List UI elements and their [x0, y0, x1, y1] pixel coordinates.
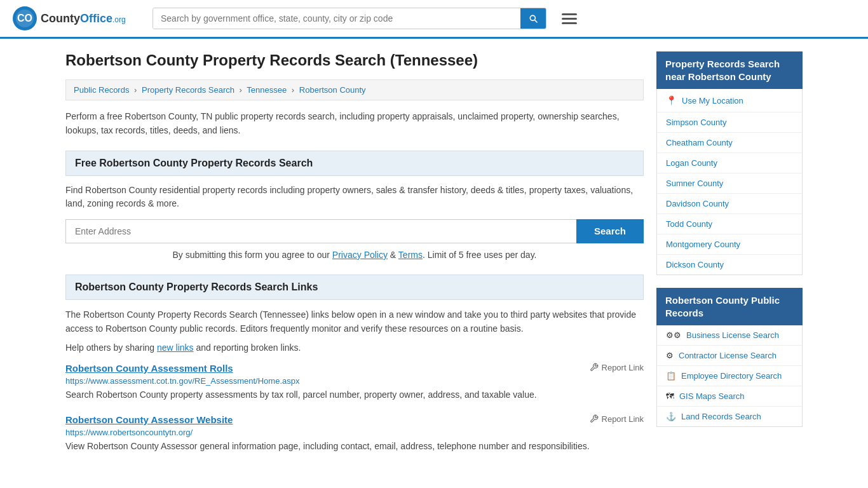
site-header: CO CountyOffice.org: [0, 0, 868, 39]
record-link-item: Robertson County Assessment Rolls Report…: [65, 363, 644, 402]
main-container: Robertson County Property Records Search…: [53, 39, 815, 478]
land-records-link[interactable]: Land Records Search: [681, 412, 761, 421]
record-link-title-assessment-rolls[interactable]: Robertson County Assessment Rolls: [65, 363, 233, 374]
intro-text: Perform a free Robertson County, TN publ…: [65, 109, 644, 138]
contractor-license-link[interactable]: Contractor License Search: [679, 351, 776, 360]
links-intro: The Robertson County Property Records Se…: [65, 308, 644, 336]
global-search-bar: [153, 8, 546, 29]
report-icon: [590, 363, 599, 372]
record-link-title-assessor[interactable]: Robertson County Assessor Website: [65, 414, 233, 425]
sidebar-item-contractor-license[interactable]: ⚙ Contractor License Search: [657, 346, 802, 366]
logan-county-link[interactable]: Logan County: [666, 158, 717, 168]
todd-county-link[interactable]: Todd County: [666, 219, 712, 229]
record-link-url-assessor: https://www.robertsoncountytn.org/: [65, 428, 644, 437]
global-search-button[interactable]: [520, 8, 546, 29]
free-search-desc: Find Robertson County residential proper…: [65, 184, 644, 210]
map-icon: 🗺: [666, 391, 674, 401]
svg-text:CO: CO: [17, 13, 32, 24]
davidson-county-link[interactable]: Davidson County: [666, 199, 729, 208]
montgomery-county-link[interactable]: Montgomery County: [666, 240, 740, 249]
logo-area: CO CountyOffice.org: [13, 6, 140, 30]
record-link-url-assessment-rolls: https://www.assessment.cot.tn.gov/RE_Ass…: [65, 376, 644, 386]
logo-text: CountyOffice.org: [41, 12, 126, 25]
anchor-icon: ⚓: [666, 412, 676, 421]
share-links-text: Help others by sharing new links and rep…: [65, 342, 644, 353]
sidebar-item-gis-maps[interactable]: 🗺 GIS Maps Search: [657, 386, 802, 407]
simpson-county-link[interactable]: Simpson County: [666, 118, 726, 127]
public-records-body: ⚙⚙ Business License Search ⚙ Contractor …: [656, 325, 803, 427]
cheatham-county-link[interactable]: Cheatham County: [666, 138, 733, 147]
logo-icon: CO: [13, 6, 37, 30]
sidebar-item-land-records[interactable]: ⚓ Land Records Search: [657, 407, 802, 426]
sidebar-item-davidson[interactable]: Davidson County: [657, 194, 802, 214]
nearby-section-body: 📍 Use My Location Simpson County Cheatha…: [656, 89, 803, 275]
report-link-button-2[interactable]: Report Link: [590, 414, 644, 424]
public-records-section: Robertson County Public Records ⚙⚙ Busin…: [656, 288, 803, 427]
nearby-section: Property Records Search near Robertson C…: [656, 51, 803, 275]
sidebar-item-business-license[interactable]: ⚙⚙ Business License Search: [657, 325, 802, 346]
record-link-title-row: Robertson County Assessment Rolls Report…: [65, 363, 644, 374]
pin-icon: 📍: [666, 95, 677, 105]
hamburger-line: [562, 22, 577, 24]
free-search-header: Free Robertson County Property Records S…: [65, 151, 644, 176]
breadcrumb: Public Records › Property Records Search…: [65, 79, 644, 100]
sidebar-item-cheatham[interactable]: Cheatham County: [657, 133, 802, 153]
record-link-item: Robertson County Assessor Website Report…: [65, 414, 644, 453]
sidebar-item-dickson[interactable]: Dickson County: [657, 255, 802, 274]
public-records-header: Robertson County Public Records: [656, 288, 803, 325]
hamburger-line: [562, 18, 577, 20]
breadcrumb-public-records[interactable]: Public Records: [74, 85, 129, 95]
record-link-title-row-2: Robertson County Assessor Website Report…: [65, 414, 644, 425]
page-title: Robertson County Property Records Search…: [65, 51, 644, 69]
links-section-header: Robertson County Property Records Search…: [65, 274, 644, 300]
search-icon: [528, 13, 538, 24]
privacy-policy-link[interactable]: Privacy Policy: [332, 250, 388, 260]
sidebar-item-employee-directory[interactable]: 📋 Employee Directory Search: [657, 366, 802, 386]
breadcrumb-property-records-search[interactable]: Property Records Search: [142, 85, 234, 95]
use-location-item[interactable]: 📍 Use My Location: [657, 89, 802, 112]
sidebar-item-montgomery[interactable]: Montgomery County: [657, 234, 802, 255]
address-input[interactable]: [65, 219, 576, 243]
nearby-section-header: Property Records Search near Robertson C…: [656, 51, 803, 89]
sumner-county-link[interactable]: Sumner County: [666, 179, 723, 188]
record-link-desc-assessor: View Robertson County Assessor general i…: [65, 440, 644, 453]
employee-directory-link[interactable]: Employee Directory Search: [681, 371, 782, 381]
book-icon: 📋: [666, 371, 676, 381]
record-link-desc-assessment-rolls: Search Robertson County property assessm…: [65, 388, 644, 402]
global-search-input[interactable]: [153, 8, 520, 29]
business-license-link[interactable]: Business License Search: [686, 330, 779, 340]
terms-link[interactable]: Terms: [398, 250, 423, 260]
sidebar-item-simpson[interactable]: Simpson County: [657, 112, 802, 133]
sidebar: Property Records Search near Robertson C…: [656, 51, 803, 466]
address-search-row: Search: [65, 219, 644, 243]
report-link-button[interactable]: Report Link: [590, 363, 644, 372]
gear-icon: ⚙⚙: [666, 330, 681, 340]
form-disclaimer: By submitting this form you agree to our…: [65, 248, 644, 262]
report-icon-2: [590, 414, 599, 423]
new-links-link[interactable]: new links: [157, 342, 194, 353]
links-section: Robertson County Property Records Search…: [65, 274, 644, 453]
free-search-section: Free Robertson County Property Records S…: [65, 151, 644, 262]
dickson-county-link[interactable]: Dickson County: [666, 260, 724, 269]
content-area: Robertson County Property Records Search…: [65, 51, 644, 466]
breadcrumb-tennessee[interactable]: Tennessee: [247, 85, 287, 95]
use-location-link[interactable]: Use My Location: [682, 96, 743, 105]
sidebar-item-sumner[interactable]: Sumner County: [657, 173, 802, 194]
hamburger-line: [562, 13, 577, 15]
hamburger-menu-button[interactable]: [559, 11, 580, 27]
sidebar-item-todd[interactable]: Todd County: [657, 214, 802, 234]
sidebar-item-logan[interactable]: Logan County: [657, 153, 802, 173]
breadcrumb-robertson-county[interactable]: Robertson County: [299, 85, 366, 95]
gear-icon-2: ⚙: [666, 351, 674, 360]
gis-maps-link[interactable]: GIS Maps Search: [679, 391, 745, 401]
address-search-button[interactable]: Search: [576, 219, 644, 243]
